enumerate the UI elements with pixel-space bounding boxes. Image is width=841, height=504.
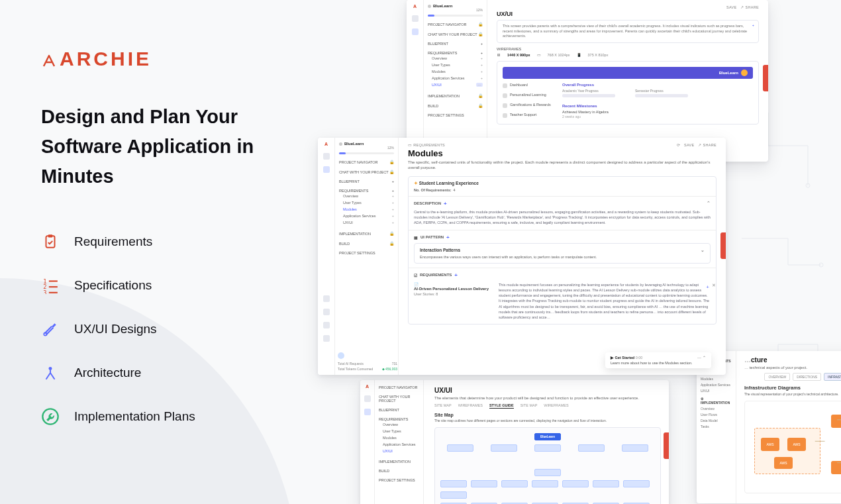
feature-label: Requirements	[74, 234, 152, 249]
nav-section[interactable]: IMPLEMENTATION	[428, 94, 460, 98]
nav-item[interactable]: UX/UI+	[339, 219, 394, 226]
sitemap-root[interactable]: BlueLearn	[534, 433, 561, 440]
wireframes-label: WIREFRAMES	[497, 47, 759, 51]
requirements-icon	[41, 232, 60, 251]
chevron-up-icon[interactable]: ⌃	[707, 201, 711, 206]
nav-dashboard[interactable]: Dashboard	[510, 83, 528, 87]
nav-item[interactable]: Overview+	[339, 193, 394, 199]
page-title: UX/UI	[497, 11, 759, 17]
rail-projects-icon[interactable]	[323, 166, 330, 173]
page-title: …cture	[744, 356, 841, 364]
feature-label: UX/UI Designs	[74, 322, 157, 336]
nav-section[interactable]: CHAT WITH YOUR PROJECT	[428, 32, 477, 36]
brand-name: ARCHIE	[60, 48, 152, 70]
share-button[interactable]: ↗ Share	[698, 143, 717, 147]
screenshot-modules: A BlueLearn 12% PROJECT NAVIGATOR🔒 CHAT …	[318, 138, 726, 375]
project-name: BlueLearn	[433, 4, 452, 8]
save-button[interactable]: Save	[684, 143, 694, 147]
nav-item-active[interactable]: Modules+	[339, 206, 394, 213]
requirement-title[interactable]: AI-Driven Personalized Lesson Delivery	[414, 287, 493, 291]
rail-docs-icon[interactable]	[323, 295, 330, 302]
tabs[interactable]: OVERVIEW DIRECTIONS INFRASTRUCTURE DIAGR…	[744, 373, 841, 381]
side-nav: BlueLearn 12% PROJECT NAVIGATOR🔒 CHAT WI…	[335, 138, 399, 375]
sitemap-canvas[interactable]: BlueLearn	[434, 427, 661, 504]
feedback-tab[interactable]	[664, 432, 669, 459]
rail-support-icon[interactable]	[323, 335, 330, 342]
rail-home-icon[interactable]	[412, 15, 419, 22]
add-icon[interactable]: +	[752, 23, 754, 28]
architecture-icon	[41, 364, 60, 382]
nav-section[interactable]: PROJECT SETTINGS	[339, 251, 375, 255]
feature-implementation: Implementation Plans	[41, 407, 319, 426]
panel-heading: Site Map	[434, 413, 661, 417]
nav-section[interactable]: BLUEPRINT	[339, 179, 360, 183]
overall-heading: Overall Progress	[562, 83, 753, 87]
nav-section[interactable]: BUILD	[428, 104, 438, 108]
module-panel: ✦ Student Learning Experience No. Of Req…	[408, 176, 717, 325]
nav-section[interactable]: BUILD	[339, 242, 350, 246]
feature-uxui: UX/UI Designs	[41, 320, 319, 338]
nav-section[interactable]: PROJECT NAVIGATOR	[428, 23, 467, 26]
requirement-meta: User Stories: 8	[414, 292, 493, 296]
close-icon[interactable]: ✕	[712, 282, 716, 289]
nav-item[interactable]: Application Services+	[428, 75, 483, 81]
breadcrumb[interactable]: REQUIREMENTS	[413, 143, 445, 147]
add-icon[interactable]: +	[446, 234, 450, 240]
share-button[interactable]: ↗ Share	[740, 5, 759, 9]
feedback-tab[interactable]	[720, 232, 726, 259]
rail-projects-icon[interactable]	[412, 28, 419, 35]
add-icon[interactable]: +	[454, 272, 458, 278]
nav-section[interactable]: REQUIREMENTS	[428, 51, 457, 55]
nav-item-active[interactable]: UX/UI⋯	[428, 81, 483, 88]
feature-list: Requirements 123 Specifications UX/UI De…	[41, 232, 319, 426]
tabs[interactable]: SITE MAP WIREFRAMES STYLE GUIDE SITE MAP…	[434, 403, 661, 409]
milestones-heading: Recent Milestones	[562, 104, 753, 108]
milestone-time: 2 weeks ago	[562, 115, 753, 119]
progress-pct: 12%	[339, 146, 394, 150]
save-button[interactable]: Save	[726, 5, 736, 9]
infra-diagram[interactable]: AWS AWS AWS	[744, 401, 841, 493]
nav-teacher[interactable]: Teacher Support	[510, 113, 536, 117]
get-started-tooltip[interactable]: ▶ Get Started 0:00⋯ ⌃ Learn more about h…	[605, 352, 711, 368]
ux-ui-icon	[41, 320, 60, 338]
rail-home-icon[interactable]	[323, 153, 330, 160]
nav-item[interactable]: Modules+	[428, 68, 483, 75]
feature-specifications: 123 Specifications	[41, 276, 319, 295]
progress-bar	[428, 15, 483, 17]
progress-bar	[339, 152, 394, 154]
requirement-body: This module requirement focuses on perso…	[499, 282, 711, 321]
nav-section[interactable]: BLUEPRINT	[428, 42, 448, 46]
brand-mark-icon	[41, 51, 57, 67]
brand-logo: ARCHIE	[41, 48, 319, 70]
wireframe-brand: BlueLearn	[719, 71, 738, 75]
nav-personalized[interactable]: Personalized Learning	[510, 93, 546, 97]
nav-item[interactable]: User Types+	[428, 62, 483, 68]
nav-gamification[interactable]: Gamifications & Rewards	[510, 103, 551, 107]
add-icon[interactable]: +	[444, 201, 447, 207]
feedback-tab[interactable]	[763, 65, 768, 91]
nav-section[interactable]: IMPLEMENTATION	[339, 232, 371, 236]
avatar[interactable]	[338, 352, 344, 359]
wireframe-sizes[interactable]: 🖥 1440 X 990px ▭ 768 X 1024px 📱 375 X 81…	[497, 53, 759, 57]
screenshot-sitemap: A PROJECT NAVIGATOR CHAT WITH YOUR PROJE…	[360, 380, 669, 504]
nav-item[interactable]: Application Services+	[339, 213, 394, 219]
feature-architecture: Architecture	[41, 364, 319, 382]
add-icon[interactable]: +	[706, 283, 709, 291]
feature-label: Implementation Plans	[74, 409, 195, 424]
chevron-down-icon[interactable]: ⌄	[701, 248, 705, 253]
rail-faq-icon[interactable]	[323, 309, 330, 315]
mini-logo-icon: A	[324, 142, 328, 146]
nav-section[interactable]: PROJECT SETTINGS	[428, 113, 464, 117]
nav-section[interactable]: CHAT WITH YOUR PROJECT	[339, 170, 389, 174]
rail-contact-icon[interactable]	[323, 322, 330, 328]
nav-section[interactable]: REQUIREMENTS	[339, 189, 368, 193]
lock-icon: 🔒	[478, 32, 483, 36]
ui-pattern-title: Interaction Patterns	[420, 248, 460, 252]
nav-item[interactable]: User Types+	[339, 199, 394, 206]
specifications-icon: 123	[41, 276, 60, 295]
nav-item[interactable]: Overview+	[428, 55, 483, 62]
feature-label: Specifications	[74, 278, 152, 293]
nav-section[interactable]: PROJECT NAVIGATOR	[339, 160, 378, 164]
ui-pattern-sub: Encompasses the various ways users can i…	[420, 255, 705, 259]
intro-text: This screen provides parents with a comp…	[497, 20, 759, 43]
